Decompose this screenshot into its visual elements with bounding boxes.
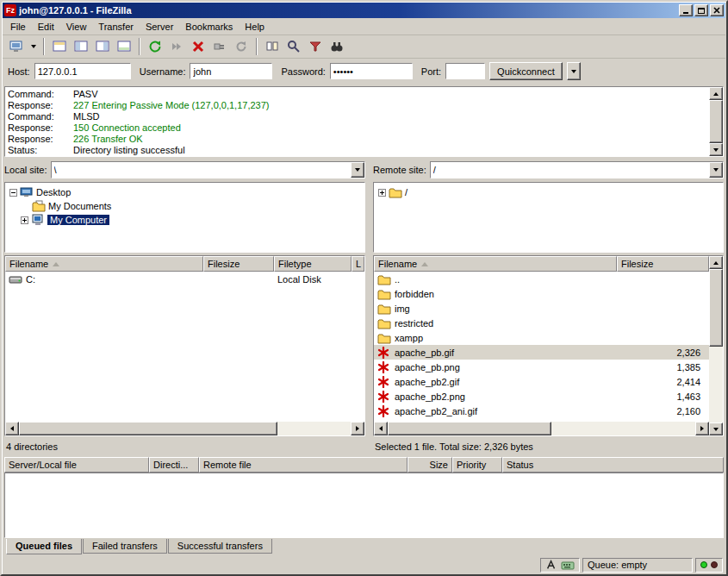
tree-item-my-documents[interactable]: My Documents xyxy=(7,199,363,213)
scroll-left-button[interactable] xyxy=(5,422,19,435)
local-site-input[interactable] xyxy=(52,162,351,178)
column-server-local-file[interactable]: Server/Local file xyxy=(4,457,149,473)
scroll-right-button[interactable] xyxy=(351,422,364,435)
maximize-button[interactable] xyxy=(694,4,708,16)
column-priority[interactable]: Priority xyxy=(452,457,502,473)
column-status[interactable]: Status xyxy=(502,457,724,473)
search-button[interactable] xyxy=(283,37,304,56)
scrollbar-thumb[interactable] xyxy=(19,422,277,435)
scroll-down-button[interactable] xyxy=(709,423,723,435)
pane-splitter[interactable] xyxy=(369,160,370,454)
remote-horizontal-scrollbar[interactable] xyxy=(374,422,709,435)
cancel-operation-button[interactable] xyxy=(188,37,208,56)
tree-item-root[interactable]: / xyxy=(376,185,721,199)
username-input[interactable] xyxy=(190,63,272,79)
remote-file-row[interactable]: img xyxy=(374,301,709,316)
remote-file-row[interactable]: .. xyxy=(374,272,709,286)
toggle-queue-button[interactable] xyxy=(114,37,134,56)
find-files-button[interactable] xyxy=(327,37,347,56)
reconnect-button[interactable] xyxy=(231,37,252,56)
menu-bar: File Edit View Transfer Server Bookmarks… xyxy=(3,18,725,35)
tree-item-my-computer[interactable]: My Computer xyxy=(7,213,363,227)
expand-expander-icon[interactable] xyxy=(378,189,386,197)
remote-file-row[interactable]: xampp xyxy=(374,330,709,345)
remote-site-input[interactable] xyxy=(431,162,709,178)
port-input[interactable] xyxy=(445,63,485,79)
scroll-down-button[interactable] xyxy=(709,143,723,156)
remote-site-dropdown-button[interactable] xyxy=(709,162,723,178)
column-remote-file[interactable]: Remote file xyxy=(199,457,408,473)
disconnect-button[interactable] xyxy=(209,37,230,56)
log-prefix: Response: xyxy=(8,134,73,145)
broken-image-icon xyxy=(377,376,391,388)
site-manager-button[interactable] xyxy=(6,37,27,56)
menu-transfer[interactable]: Transfer xyxy=(92,19,140,34)
collapse-expander-icon[interactable] xyxy=(9,189,17,197)
menu-edit[interactable]: Edit xyxy=(32,19,60,34)
quickconnect-dropdown-button[interactable] xyxy=(567,62,581,80)
scroll-right-button[interactable] xyxy=(695,422,709,435)
local-site-combo[interactable] xyxy=(51,161,365,178)
scrollbar-thumb[interactable] xyxy=(709,269,723,347)
queue-list-body[interactable] xyxy=(4,473,724,538)
scrollbar-thumb[interactable] xyxy=(709,100,723,143)
column-last-modified[interactable]: L xyxy=(352,256,364,272)
minimize-button[interactable] xyxy=(679,4,693,16)
remote-site-combo[interactable] xyxy=(430,161,724,178)
scroll-up-button[interactable] xyxy=(709,87,723,100)
column-label: Filename xyxy=(378,259,417,269)
local-tree: Desktop My Documents My Computer xyxy=(4,182,365,253)
quickconnect-button[interactable]: Quickconnect xyxy=(489,62,563,80)
close-button[interactable] xyxy=(710,4,724,16)
remote-file-row[interactable]: apache_pb2.png 1,463 xyxy=(374,389,709,404)
scrollbar-track[interactable] xyxy=(709,347,723,423)
chevron-down-icon xyxy=(713,168,719,172)
column-filesize[interactable]: Filesize xyxy=(203,256,274,272)
tree-item-desktop[interactable]: Desktop xyxy=(7,185,363,199)
column-filename[interactable]: Filename xyxy=(374,256,617,272)
scroll-up-button[interactable] xyxy=(709,256,723,269)
process-queue-button[interactable] xyxy=(166,37,187,56)
remote-file-row[interactable]: forbidden xyxy=(374,286,709,301)
directory-comparison-button[interactable] xyxy=(262,37,283,56)
remote-file-row[interactable]: apache_pb2_ani.gif 2,160 xyxy=(374,404,709,418)
expand-expander-icon[interactable] xyxy=(21,216,28,224)
column-size[interactable]: Size xyxy=(408,457,452,473)
menu-bookmarks[interactable]: Bookmarks xyxy=(179,19,239,34)
remote-file-row-selected[interactable]: apache_pb.gif 2,326 xyxy=(374,345,709,360)
site-manager-dropdown-button[interactable] xyxy=(28,37,39,56)
column-filetype[interactable]: Filetype xyxy=(274,256,352,272)
filter-button[interactable] xyxy=(305,37,326,56)
scrollbar-thumb[interactable] xyxy=(388,422,551,435)
toggle-local-tree-button[interactable] xyxy=(71,37,91,56)
tab-successful-transfers[interactable]: Successful transfers xyxy=(168,539,272,554)
remote-file-row[interactable]: apache_pb.png 1,385 xyxy=(374,360,709,374)
remote-file-row[interactable]: apache_pb2.gif 2,414 xyxy=(374,374,709,389)
column-filename[interactable]: Filename xyxy=(5,256,203,272)
log-scrollbar[interactable] xyxy=(709,87,723,156)
column-direction[interactable]: Directi... xyxy=(149,457,199,473)
menu-server[interactable]: Server xyxy=(140,19,179,34)
menu-help[interactable]: Help xyxy=(239,19,271,34)
menu-view[interactable]: View xyxy=(60,19,93,34)
remote-vertical-scrollbar[interactable] xyxy=(709,256,723,435)
local-file-row[interactable]: C: Local Disk xyxy=(5,272,364,286)
scroll-left-button[interactable] xyxy=(374,422,388,435)
refresh-button[interactable] xyxy=(145,37,165,56)
tab-queued-files[interactable]: Queued files xyxy=(6,539,82,554)
arrow-right-icon xyxy=(700,426,704,431)
scrollbar-track[interactable] xyxy=(551,422,695,435)
column-label: Filename xyxy=(9,259,48,269)
local-site-dropdown-button[interactable] xyxy=(351,162,364,178)
remote-file-row[interactable]: restricted xyxy=(374,316,709,330)
password-input[interactable] xyxy=(330,63,413,79)
host-input[interactable] xyxy=(34,63,131,79)
log-line: Response:227 Entering Passive Mode (127,… xyxy=(8,100,707,111)
tab-failed-transfers[interactable]: Failed transfers xyxy=(83,539,167,554)
scrollbar-track[interactable] xyxy=(277,422,351,435)
menu-file[interactable]: File xyxy=(4,19,32,34)
toggle-remote-tree-button[interactable] xyxy=(92,37,113,56)
local-horizontal-scrollbar[interactable] xyxy=(5,422,364,435)
column-filesize[interactable]: Filesize xyxy=(617,256,709,272)
toggle-message-log-button[interactable] xyxy=(49,37,70,56)
